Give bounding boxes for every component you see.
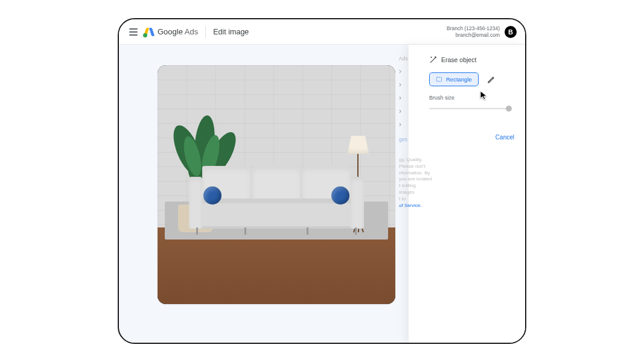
magic-wand-icon bbox=[429, 56, 438, 64]
editor-body: Ads › › › › › ges gy, Quality, Please do… bbox=[119, 45, 525, 343]
rectangle-select-icon bbox=[436, 76, 442, 83]
brand-text: Google Ads bbox=[158, 27, 198, 36]
edited-image bbox=[158, 65, 395, 304]
header-divider bbox=[205, 26, 206, 38]
svg-rect-7 bbox=[436, 77, 441, 81]
brush-size-control: Brush size bbox=[409, 86, 525, 113]
panel-title: Erase object bbox=[441, 56, 476, 63]
google-ads-logo-icon bbox=[144, 27, 154, 37]
app-header: Google Ads Edit image Branch (123-456-12… bbox=[119, 19, 525, 45]
cancel-button[interactable]: Cancel bbox=[496, 134, 514, 141]
pencil-icon bbox=[487, 75, 496, 84]
app-window: Google Ads Edit image Branch (123-456-12… bbox=[118, 18, 526, 344]
chevron-right-icon[interactable]: › bbox=[399, 81, 412, 88]
menu-icon bbox=[129, 28, 138, 36]
slider-thumb[interactable] bbox=[506, 106, 512, 112]
panel-header: Erase object bbox=[409, 45, 525, 70]
account-text: Branch (123-456-1234) branch@email.com bbox=[447, 25, 500, 37]
chevron-right-icon[interactable]: › bbox=[399, 121, 412, 128]
ghost-disclaimer: gy, Quality, Please don't nformation. By… bbox=[399, 157, 433, 209]
chevron-right-icon[interactable]: › bbox=[399, 107, 412, 115]
brand-secondary: Ads bbox=[185, 27, 198, 36]
page-title: Edit image bbox=[213, 28, 249, 36]
brush-size-slider[interactable] bbox=[429, 104, 512, 113]
background-panel-fragment: Ads › › › › › ges gy, Quality, Please do… bbox=[399, 56, 412, 209]
sofa-object bbox=[189, 157, 364, 235]
main-menu-button[interactable] bbox=[125, 24, 142, 40]
erase-object-panel: Ads › › › › › ges gy, Quality, Please do… bbox=[409, 45, 525, 343]
account-switcher[interactable]: Branch (123-456-1234) branch@email.com B bbox=[447, 25, 517, 37]
brush-size-label: Brush size bbox=[429, 95, 512, 101]
account-name: Branch (123-456-1234) bbox=[447, 25, 500, 31]
selection-tool-row: Rectangle bbox=[409, 70, 525, 86]
rectangle-tool-button[interactable]: Rectangle bbox=[429, 72, 479, 86]
chevron-right-icon[interactable]: › bbox=[399, 94, 412, 101]
chevron-right-icon[interactable]: › bbox=[399, 68, 412, 75]
account-email: branch@email.com bbox=[447, 32, 500, 38]
ghost-link-fragment: ges bbox=[399, 136, 412, 142]
image-canvas[interactable] bbox=[158, 65, 395, 304]
freehand-tool-button[interactable] bbox=[485, 73, 498, 86]
ghost-label: Ads bbox=[399, 56, 412, 62]
brand-logo: Google Ads bbox=[144, 27, 198, 37]
brand-primary: Google bbox=[158, 27, 183, 36]
rectangle-tool-label: Rectangle bbox=[446, 76, 472, 83]
avatar[interactable]: B bbox=[505, 26, 517, 38]
